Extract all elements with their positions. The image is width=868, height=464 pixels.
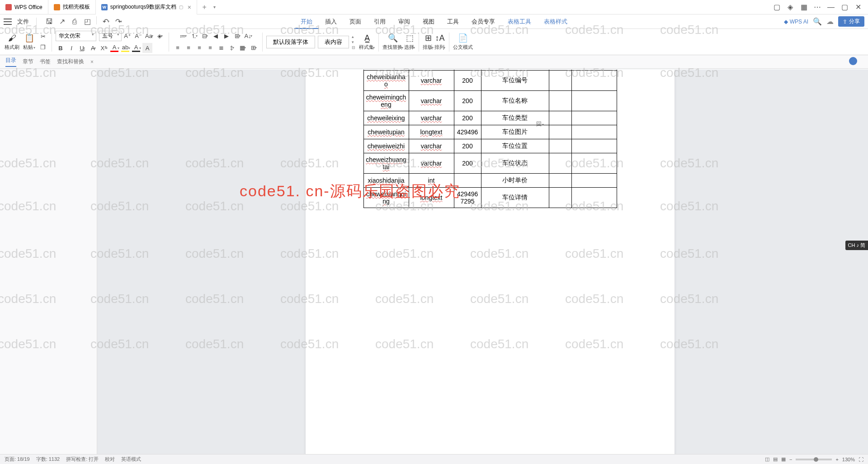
table-cell[interactable]: varchar (409, 111, 454, 125)
table-cell[interactable]: 200 (454, 71, 481, 91)
table-cell[interactable]: cheweitupian (363, 125, 409, 139)
table-cell[interactable]: 429496 (454, 125, 481, 139)
save-icon[interactable]: 🖫 (44, 16, 55, 27)
table-cell[interactable] (549, 91, 571, 111)
table-cell[interactable]: 车位状态 (481, 153, 549, 174)
print-preview-icon[interactable]: ◰ (82, 16, 93, 27)
status-words[interactable]: 字数: 1132 (36, 456, 60, 463)
cloud-icon[interactable]: ☁ (826, 17, 834, 26)
tab-menu-icon[interactable]: ▾ (213, 5, 216, 9)
table-cell[interactable]: cheweibianhao (363, 71, 409, 91)
undo-icon[interactable]: ↶▾ (100, 16, 111, 27)
share-button[interactable]: ⇪ 分享 (838, 16, 864, 27)
table-cell[interactable]: 200 (454, 111, 481, 125)
tab-document[interactable]: W springbooturqs9数据库文档 ▢ × (96, 0, 197, 14)
table-cell[interactable] (549, 125, 571, 139)
zoom-out-icon[interactable]: − (789, 457, 792, 462)
table-cell[interactable] (549, 71, 571, 91)
shading-icon[interactable]: ▦▾ (238, 43, 248, 53)
close-button[interactable]: ✕ (852, 2, 864, 13)
outline-tab-bookmark[interactable]: 书签 (40, 58, 51, 66)
align-distribute-icon[interactable]: ≣ (216, 43, 226, 53)
table-cell[interactable] (571, 111, 617, 125)
font-family-select[interactable]: 华文仿宋 (56, 31, 96, 41)
table-cell[interactable] (571, 71, 617, 91)
sort-icon[interactable]: A↓▾ (243, 31, 253, 41)
status-read[interactable]: 英语模式 (121, 456, 141, 463)
arrange-button[interactable]: ↕A排列▾ (434, 33, 445, 51)
document-page[interactable]: 回 ▾ quyuvarchar200区域cheweibianhaovarchar… (306, 70, 675, 464)
table-cell[interactable] (549, 153, 571, 174)
zoom-value[interactable]: 130% (842, 457, 855, 462)
outline-tab-findreplace[interactable]: 查找和替换 (57, 58, 84, 66)
table-cell[interactable] (549, 111, 571, 125)
menu-icon[interactable]: ⋯ (811, 2, 824, 13)
table-cell[interactable]: 车位名称 (481, 91, 549, 111)
text-color-button[interactable]: A▾ (132, 43, 142, 53)
align-right-icon[interactable]: ≡ (194, 43, 204, 53)
number-list-icon[interactable]: ⒈▾ (189, 31, 199, 41)
tab-table-tools[interactable]: 表格工具 (501, 14, 538, 29)
line-spacing-icon[interactable]: ‡▾ (227, 43, 237, 53)
align-justify-icon[interactable]: ≡ (205, 43, 215, 53)
table-row[interactable]: cheweileixingvarchar200车位类型 (363, 111, 617, 125)
table-row[interactable]: cheweiweizhivarchar200车位位置 (363, 139, 617, 153)
table-cell[interactable]: cheweileixing (363, 111, 409, 125)
table-cell[interactable] (549, 188, 571, 208)
font-size-select[interactable]: 五号 (99, 31, 122, 41)
bold-button[interactable]: B (56, 43, 66, 53)
outline-tab-chapter[interactable]: 章节 (23, 58, 33, 66)
strikethrough-button[interactable]: A̶▾ (88, 43, 98, 53)
table-cell[interactable]: cheweizhuangtai (363, 153, 409, 174)
status-proof[interactable]: 校对 (105, 456, 115, 463)
tab-reference[interactable]: 引用 (368, 14, 392, 29)
select-button[interactable]: ⬚选择▾ (404, 33, 415, 51)
table-cell[interactable]: varchar (409, 91, 454, 111)
grid-icon[interactable]: ▦ (797, 2, 810, 13)
layout-button[interactable]: ⊞排版▾ (423, 33, 434, 51)
char-shading-button[interactable]: A (142, 43, 152, 53)
hamburger-icon[interactable] (4, 19, 12, 25)
table-marker-icon[interactable]: 回 ▾ (536, 120, 544, 128)
table-cell[interactable]: 车位编号 (481, 71, 549, 91)
paste-button[interactable]: 📋粘贴 ▾ (23, 33, 35, 51)
tab-tools[interactable]: 工具 (441, 14, 465, 29)
multilevel-list-icon[interactable]: ⊟▾ (200, 31, 210, 41)
style-scroll-up-icon[interactable]: ▴ (352, 34, 355, 39)
table-cell[interactable] (571, 174, 617, 188)
table-row[interactable]: cheweimingchengvarchar200车位名称 (363, 91, 617, 111)
zoom-slider[interactable] (796, 459, 832, 460)
table-cell[interactable]: 200 (454, 91, 481, 111)
status-page[interactable]: 页面: 18/19 (5, 456, 30, 463)
tab-insert[interactable]: 插入 (319, 14, 343, 29)
italic-button[interactable]: I (66, 43, 76, 53)
outline-tab-toc[interactable]: 目录 (5, 57, 16, 67)
align-left-icon[interactable]: ≡ (173, 43, 183, 53)
export-icon[interactable]: ↗ (57, 16, 67, 27)
increase-font-icon[interactable]: A⁺ (123, 31, 132, 41)
style-expand-icon[interactable]: ⊟ (352, 45, 355, 50)
maximize-button[interactable]: ▢ (838, 2, 851, 13)
tab-review[interactable]: 审阅 (392, 14, 416, 29)
view-mode-icon[interactable]: ▦ (781, 456, 786, 462)
table-cell[interactable]: cheweimingcheng (363, 91, 409, 111)
style-scroll-down-icon[interactable]: ▾ (352, 40, 355, 44)
table-row[interactable]: cheweitupianlongtext429496车位图片 (363, 125, 617, 139)
style-table-content[interactable]: 表内容 (318, 36, 349, 48)
decrease-font-icon[interactable]: A⁻ (133, 31, 143, 41)
table-cell[interactable] (549, 174, 571, 188)
border-icon[interactable]: ⊞▾ (249, 43, 259, 53)
tab-page[interactable]: 页面 (343, 14, 368, 29)
print-icon[interactable]: ⎙ (69, 16, 80, 27)
align-center-icon[interactable]: ≡ (184, 43, 193, 53)
table-cell[interactable]: varchar (409, 71, 454, 91)
doc-mode-button[interactable]: 📄公文模式 (453, 33, 473, 51)
cut-icon[interactable]: ✂ (38, 32, 48, 42)
bullet-list-icon[interactable]: ≔▾ (178, 31, 188, 41)
format-painter-button[interactable]: 🖌格式刷 (5, 33, 19, 51)
table-cell[interactable]: 车位位置 (481, 139, 549, 153)
tab-wps-home[interactable]: WPS Office (0, 0, 48, 14)
table-row[interactable]: cheweizhuangtaivarchar200车位状态 (363, 153, 617, 174)
change-case-icon[interactable]: Aa▾ (144, 31, 154, 41)
superscript-button[interactable]: X²▾ (99, 43, 109, 53)
